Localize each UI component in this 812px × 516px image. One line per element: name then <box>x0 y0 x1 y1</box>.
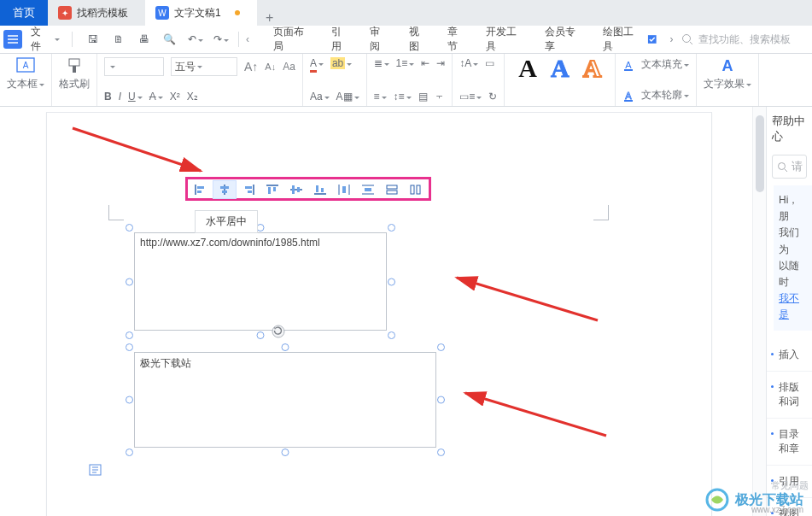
file-menu[interactable]: 文件 <box>26 25 65 54</box>
superscript-button[interactable]: X² <box>170 91 180 103</box>
help-topic-layout[interactable]: 排版和词 <box>767 371 812 418</box>
resize-handle[interactable] <box>126 396 133 404</box>
resize-handle[interactable] <box>282 449 289 456</box>
format-painter-button[interactable]: 格式刷 <box>59 57 90 91</box>
text-direction-button[interactable]: ↕A <box>459 57 478 69</box>
search-input[interactable]: 查找功能、搜索模板 <box>681 32 812 47</box>
increase-font-button[interactable]: A↑ <box>244 60 258 73</box>
underline-button[interactable]: U <box>128 91 143 103</box>
bullets-button[interactable]: ≣ <box>374 57 389 69</box>
resize-handle[interactable] <box>437 343 445 351</box>
save-as-icon[interactable]: 🗎 <box>108 33 129 45</box>
paintbrush-icon <box>65 57 84 74</box>
print-preview-icon[interactable]: 🔍 <box>160 33 180 45</box>
highlight-button[interactable]: ab <box>330 57 352 69</box>
print-icon[interactable]: 🖶 <box>134 33 155 45</box>
align-obj-button[interactable]: ▭ <box>485 57 494 69</box>
font-size-combo[interactable]: 五号 <box>171 57 237 76</box>
undo-button[interactable]: ↶ <box>185 33 206 45</box>
redo-button[interactable]: ↷ <box>211 33 231 45</box>
resize-handle[interactable] <box>257 331 265 339</box>
save-icon[interactable]: 🖫 <box>83 33 103 45</box>
ribbon-nav-left-icon[interactable]: ‹ <box>246 33 258 45</box>
text-fill-button[interactable]: 文本填充 <box>641 57 689 72</box>
text-outline-button[interactable]: 文本轮廓 <box>641 88 689 103</box>
italic-button[interactable]: I <box>119 91 121 103</box>
decrease-indent-button[interactable]: ⇤ <box>421 57 429 69</box>
resize-handle[interactable] <box>282 343 289 351</box>
subscript-button[interactable]: X₂ <box>187 91 198 103</box>
tab-label: 文字文稿1 <box>174 6 221 21</box>
resize-handle[interactable] <box>388 278 395 285</box>
equal-height-button[interactable] <box>404 180 428 199</box>
logo-icon <box>704 487 730 513</box>
not-me-link[interactable]: 我不是 <box>779 292 799 320</box>
font-name-combo[interactable] <box>104 57 164 76</box>
resize-handle[interactable] <box>126 331 133 339</box>
numbering-button[interactable]: 1≡ <box>396 57 415 69</box>
align-top-button[interactable] <box>260 180 284 199</box>
new-tab-button[interactable]: + <box>257 10 283 26</box>
help-search-input[interactable]: 请 <box>772 155 807 179</box>
document-surface[interactable]: http://www.xz7.com/downinfo/1985.html 极光… <box>0 107 766 516</box>
resize-handle[interactable] <box>126 278 133 285</box>
align-center-h-button[interactable] <box>213 180 237 199</box>
change-case-button[interactable]: Aa <box>310 91 330 103</box>
app-menu-button[interactable] <box>3 30 22 49</box>
svg-rect-18 <box>248 191 252 193</box>
ribbon-tab-chapter[interactable]: 章节 <box>439 26 476 54</box>
increase-indent-button[interactable]: ⇥ <box>436 57 445 69</box>
strikethrough-button[interactable]: A <box>149 91 163 103</box>
text-box-1[interactable]: http://www.xz7.com/downinfo/1985.html <box>134 232 387 331</box>
svg-rect-5 <box>73 66 76 73</box>
ribbon-nav-right-icon[interactable]: › <box>669 33 681 45</box>
distribute-button[interactable]: ▤ <box>418 91 428 103</box>
text-effect-button[interactable]: A 文字效果 <box>704 57 751 91</box>
help-topic-insert[interactable]: 插入 <box>767 339 812 371</box>
bold-button[interactable]: B <box>104 91 112 103</box>
ribbon-tab-view[interactable]: 视图 <box>400 26 437 54</box>
tab-daoke-templates[interactable]: ✦ 找稻壳模板 <box>48 0 145 26</box>
wrap-text-button[interactable]: ▭≡ <box>459 91 482 103</box>
align-right-button[interactable] <box>237 180 260 199</box>
ribbon-tab-review[interactable]: 审阅 <box>361 26 398 54</box>
ribbon-tab-developer[interactable]: 开发工具 <box>477 26 535 54</box>
wordart-style-2[interactable]: A <box>551 54 570 83</box>
align-bottom-button[interactable] <box>308 180 332 199</box>
resize-handle[interactable] <box>388 331 395 339</box>
distribute-v-button[interactable] <box>356 180 380 199</box>
align-middle-v-button[interactable] <box>284 180 308 199</box>
resize-handle[interactable] <box>437 449 445 456</box>
align-text-button[interactable]: ≡ <box>374 91 387 103</box>
resize-handle[interactable] <box>388 224 395 232</box>
vertical-scrollbar[interactable] <box>752 107 766 516</box>
tab-current-document[interactable]: W 文字文稿1 <box>145 0 257 26</box>
paragraph-tag-icon[interactable] <box>89 462 104 480</box>
wordart-style-1[interactable]: A <box>518 54 537 83</box>
textbox-button[interactable]: A 文本框 <box>7 57 44 91</box>
tab-home[interactable]: 首页 <box>0 0 48 26</box>
resize-handle[interactable] <box>126 449 133 456</box>
text-box-2[interactable]: 极光下载站 <box>134 352 436 448</box>
help-topic-toc[interactable]: 目录和章 <box>767 418 812 465</box>
equal-width-button[interactable] <box>380 180 404 199</box>
rotate-button[interactable]: ↻ <box>488 91 497 103</box>
font-color-button[interactable]: A <box>310 57 324 69</box>
ribbon-tab-drawing-tools[interactable]: 绘图工具 <box>594 26 666 54</box>
rotate-handle-icon[interactable] <box>271 324 286 339</box>
wordart-style-3[interactable]: A <box>583 54 602 83</box>
char-shading-button[interactable]: A▦ <box>336 91 359 103</box>
align-left-button[interactable] <box>189 180 213 199</box>
scrollbar-thumb[interactable] <box>756 115 764 192</box>
clear-format-button[interactable]: Aa <box>283 61 295 73</box>
resize-handle[interactable] <box>126 343 133 351</box>
distribute-h-button[interactable] <box>332 180 356 199</box>
line-spacing-button[interactable]: ↕≡ <box>394 91 412 103</box>
misc-para-button[interactable]: ⫟ <box>435 91 445 103</box>
ribbon-tab-member[interactable]: 会员专享 <box>536 26 593 54</box>
decrease-font-button[interactable]: A↓ <box>265 62 276 72</box>
resize-handle[interactable] <box>126 224 133 232</box>
ribbon-tab-references[interactable]: 引用 <box>323 26 359 54</box>
ribbon-tab-page-layout[interactable]: 页面布局 <box>265 26 322 54</box>
resize-handle[interactable] <box>437 396 445 404</box>
